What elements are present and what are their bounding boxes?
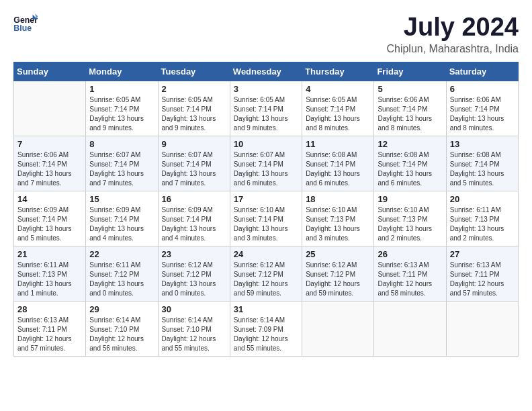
calendar-week-row: 1Sunrise: 6:05 AM Sunset: 7:14 PM Daylig… [14, 81, 519, 136]
day-number: 13 [450, 139, 515, 149]
day-number: 8 [89, 139, 154, 149]
day-info: Sunrise: 6:06 AM Sunset: 7:14 PM Dayligh… [450, 95, 515, 133]
day-number: 7 [17, 139, 82, 149]
calendar-day-cell: 12Sunrise: 6:08 AM Sunset: 7:14 PM Dayli… [374, 136, 446, 191]
day-number: 1 [89, 84, 154, 94]
calendar-day-cell: 30Sunrise: 6:14 AM Sunset: 7:10 PM Dayli… [158, 301, 230, 356]
calendar-day-cell: 14Sunrise: 6:09 AM Sunset: 7:14 PM Dayli… [14, 191, 86, 246]
page-header: General Blue July 2024 Chiplun, Maharash… [13, 13, 519, 55]
location-subtitle: Chiplun, Maharashtra, India [386, 43, 519, 55]
weekday-header-friday: Friday [374, 62, 446, 81]
day-info: Sunrise: 6:07 AM Sunset: 7:14 PM Dayligh… [234, 150, 298, 188]
day-number: 14 [17, 194, 82, 204]
calendar-day-cell: 2Sunrise: 6:05 AM Sunset: 7:14 PM Daylig… [158, 81, 230, 136]
calendar-day-cell: 28Sunrise: 6:13 AM Sunset: 7:11 PM Dayli… [14, 301, 86, 356]
calendar-day-cell: 21Sunrise: 6:11 AM Sunset: 7:13 PM Dayli… [14, 246, 86, 301]
day-info: Sunrise: 6:05 AM Sunset: 7:14 PM Dayligh… [234, 95, 298, 133]
day-number: 23 [162, 249, 226, 259]
calendar-week-row: 14Sunrise: 6:09 AM Sunset: 7:14 PM Dayli… [14, 191, 519, 246]
weekday-header-tuesday: Tuesday [158, 62, 230, 81]
day-info: Sunrise: 6:08 AM Sunset: 7:14 PM Dayligh… [306, 150, 370, 188]
weekday-header-saturday: Saturday [446, 62, 518, 81]
day-info: Sunrise: 6:09 AM Sunset: 7:14 PM Dayligh… [89, 205, 154, 243]
calendar-day-cell: 25Sunrise: 6:12 AM Sunset: 7:12 PM Dayli… [302, 246, 374, 301]
calendar-day-cell: 20Sunrise: 6:11 AM Sunset: 7:13 PM Dayli… [446, 191, 518, 246]
calendar-day-cell [302, 301, 374, 356]
day-info: Sunrise: 6:13 AM Sunset: 7:11 PM Dayligh… [17, 316, 82, 353]
day-info: Sunrise: 6:12 AM Sunset: 7:12 PM Dayligh… [306, 261, 370, 298]
day-number: 18 [306, 194, 370, 204]
calendar-day-cell: 13Sunrise: 6:08 AM Sunset: 7:14 PM Dayli… [446, 136, 518, 191]
calendar-week-row: 28Sunrise: 6:13 AM Sunset: 7:11 PM Dayli… [14, 301, 519, 356]
day-number: 16 [162, 194, 226, 204]
day-info: Sunrise: 6:07 AM Sunset: 7:14 PM Dayligh… [89, 150, 154, 188]
month-year-title: July 2024 [386, 13, 519, 42]
day-number: 22 [89, 249, 154, 259]
day-info: Sunrise: 6:09 AM Sunset: 7:14 PM Dayligh… [162, 205, 226, 243]
calendar-week-row: 7Sunrise: 6:06 AM Sunset: 7:14 PM Daylig… [14, 136, 519, 191]
day-number: 12 [378, 139, 442, 149]
day-info: Sunrise: 6:05 AM Sunset: 7:14 PM Dayligh… [89, 95, 154, 133]
day-number: 28 [17, 304, 82, 314]
day-info: Sunrise: 6:12 AM Sunset: 7:12 PM Dayligh… [162, 261, 226, 298]
day-info: Sunrise: 6:09 AM Sunset: 7:14 PM Dayligh… [17, 205, 82, 243]
day-info: Sunrise: 6:08 AM Sunset: 7:14 PM Dayligh… [378, 150, 442, 188]
calendar-day-cell: 19Sunrise: 6:10 AM Sunset: 7:13 PM Dayli… [374, 191, 446, 246]
day-info: Sunrise: 6:08 AM Sunset: 7:14 PM Dayligh… [450, 150, 515, 188]
day-info: Sunrise: 6:05 AM Sunset: 7:14 PM Dayligh… [306, 95, 370, 133]
day-number: 21 [17, 249, 82, 259]
day-number: 10 [234, 139, 298, 149]
day-number: 20 [450, 194, 515, 204]
weekday-header-wednesday: Wednesday [230, 62, 302, 81]
day-number: 4 [306, 84, 370, 94]
day-number: 19 [378, 194, 442, 204]
calendar-day-cell: 16Sunrise: 6:09 AM Sunset: 7:14 PM Dayli… [158, 191, 230, 246]
svg-text:Blue: Blue [13, 24, 32, 33]
weekday-header-row: SundayMondayTuesdayWednesdayThursdayFrid… [14, 62, 519, 81]
day-number: 26 [378, 249, 442, 259]
calendar-day-cell: 23Sunrise: 6:12 AM Sunset: 7:12 PM Dayli… [158, 246, 230, 301]
calendar-day-cell: 24Sunrise: 6:12 AM Sunset: 7:12 PM Dayli… [230, 246, 302, 301]
calendar-day-cell: 6Sunrise: 6:06 AM Sunset: 7:14 PM Daylig… [446, 81, 518, 136]
day-number: 15 [89, 194, 154, 204]
day-info: Sunrise: 6:13 AM Sunset: 7:11 PM Dayligh… [450, 261, 515, 298]
calendar-day-cell: 4Sunrise: 6:05 AM Sunset: 7:14 PM Daylig… [302, 81, 374, 136]
calendar-table: SundayMondayTuesdayWednesdayThursdayFrid… [13, 62, 519, 357]
calendar-day-cell: 15Sunrise: 6:09 AM Sunset: 7:14 PM Dayli… [86, 191, 158, 246]
calendar-day-cell [446, 301, 518, 356]
day-info: Sunrise: 6:14 AM Sunset: 7:10 PM Dayligh… [162, 316, 226, 353]
day-number: 9 [162, 139, 226, 149]
weekday-header-sunday: Sunday [14, 62, 86, 81]
calendar-day-cell: 11Sunrise: 6:08 AM Sunset: 7:14 PM Dayli… [302, 136, 374, 191]
day-number: 24 [234, 249, 298, 259]
calendar-day-cell: 7Sunrise: 6:06 AM Sunset: 7:14 PM Daylig… [14, 136, 86, 191]
calendar-week-row: 21Sunrise: 6:11 AM Sunset: 7:13 PM Dayli… [14, 246, 519, 301]
calendar-day-cell: 3Sunrise: 6:05 AM Sunset: 7:14 PM Daylig… [230, 81, 302, 136]
calendar-day-cell: 29Sunrise: 6:14 AM Sunset: 7:10 PM Dayli… [86, 301, 158, 356]
title-block: July 2024 Chiplun, Maharashtra, India [386, 13, 519, 55]
day-number: 3 [234, 84, 298, 94]
day-info: Sunrise: 6:07 AM Sunset: 7:14 PM Dayligh… [162, 150, 226, 188]
calendar-day-cell: 27Sunrise: 6:13 AM Sunset: 7:11 PM Dayli… [446, 246, 518, 301]
day-number: 17 [234, 194, 298, 204]
weekday-header-monday: Monday [86, 62, 158, 81]
day-info: Sunrise: 6:11 AM Sunset: 7:13 PM Dayligh… [17, 261, 82, 298]
day-info: Sunrise: 6:11 AM Sunset: 7:13 PM Dayligh… [450, 205, 515, 243]
day-info: Sunrise: 6:12 AM Sunset: 7:12 PM Dayligh… [234, 261, 298, 298]
day-number: 11 [306, 139, 370, 149]
calendar-day-cell [14, 81, 86, 136]
day-info: Sunrise: 6:14 AM Sunset: 7:10 PM Dayligh… [89, 316, 154, 353]
day-number: 29 [89, 304, 154, 314]
calendar-day-cell: 9Sunrise: 6:07 AM Sunset: 7:14 PM Daylig… [158, 136, 230, 191]
day-info: Sunrise: 6:06 AM Sunset: 7:14 PM Dayligh… [17, 150, 82, 188]
calendar-day-cell: 31Sunrise: 6:14 AM Sunset: 7:09 PM Dayli… [230, 301, 302, 356]
day-number: 25 [306, 249, 370, 259]
calendar-day-cell [374, 301, 446, 356]
day-number: 5 [378, 84, 442, 94]
day-info: Sunrise: 6:10 AM Sunset: 7:13 PM Dayligh… [306, 205, 370, 243]
day-number: 27 [450, 249, 515, 259]
day-info: Sunrise: 6:14 AM Sunset: 7:09 PM Dayligh… [234, 316, 298, 353]
calendar-day-cell: 10Sunrise: 6:07 AM Sunset: 7:14 PM Dayli… [230, 136, 302, 191]
calendar-day-cell: 22Sunrise: 6:11 AM Sunset: 7:12 PM Dayli… [86, 246, 158, 301]
calendar-day-cell: 8Sunrise: 6:07 AM Sunset: 7:14 PM Daylig… [86, 136, 158, 191]
